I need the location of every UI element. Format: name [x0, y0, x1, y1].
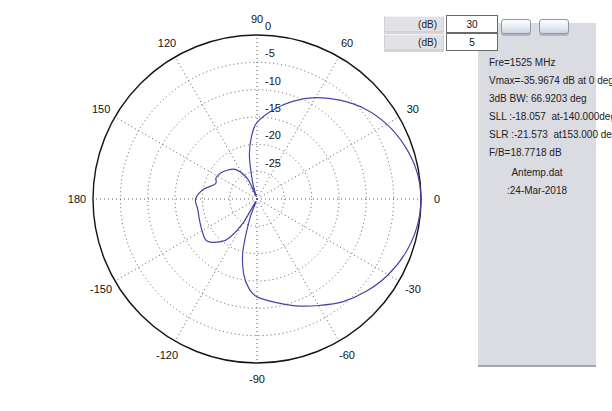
angle-label--90: -90: [249, 373, 265, 385]
angle-label-180: 180: [68, 193, 86, 205]
ring-label--25: -25: [265, 157, 281, 169]
angle-label-0: 0: [434, 193, 440, 205]
ring-label--10: -10: [265, 75, 281, 87]
pattern-curve: [195, 98, 421, 307]
angle-label-120: 120: [158, 37, 176, 49]
angle-label--30: -30: [405, 283, 421, 295]
step-db-input[interactable]: [446, 33, 498, 51]
frequency-text: Fre=1525 MHz: [478, 54, 596, 72]
pushbutton-1[interactable]: [501, 19, 531, 34]
angle-label--60: -60: [339, 349, 355, 361]
range-db-input[interactable]: [446, 15, 498, 33]
angle-label--120: -120: [156, 349, 178, 361]
pushbutton-2[interactable]: [539, 19, 569, 34]
angle-label-150: 150: [92, 103, 110, 115]
antenna-pattern-window: 0306090120150180-150-120-90-60-300-5-10-…: [0, 0, 612, 411]
polar-axes: 0306090120150180-150-120-90-60-300-5-10-…: [0, 0, 470, 411]
vmax-text: Vmax=-35.9674 dB at 0 deg: [478, 72, 596, 90]
filename-text: Antemp.dat: [478, 164, 596, 182]
step-db-label: (dB): [384, 34, 444, 50]
sll-text: SLL :-18.057 at-140.000deg: [478, 108, 596, 126]
fb-ratio-text: F/B=18.7718 dB: [478, 144, 596, 162]
slr-text: SLR :-21.573 at153.000 deg: [478, 126, 596, 144]
ring-label--5: -5: [265, 47, 275, 59]
beamwidth-text: 3dB BW: 66.9203 deg: [478, 90, 596, 108]
angle-label-90: 90: [251, 13, 263, 25]
angle-label-30: 30: [407, 103, 419, 115]
angle-label-60: 60: [341, 37, 353, 49]
ring-label--15: -15: [265, 102, 281, 114]
date-text: :24-Mar-2018: [478, 182, 596, 200]
angle-label--150: -150: [90, 283, 112, 295]
ring-label-0: 0: [265, 20, 271, 32]
ring-label--20: -20: [265, 129, 281, 141]
polar-plot: 0306090120150180-150-120-90-60-300-5-10-…: [0, 0, 470, 411]
results-panel: Fre=1525 MHz Vmax=-35.9674 dB at 0 deg 3…: [478, 23, 596, 367]
range-db-label: (dB): [384, 16, 444, 32]
